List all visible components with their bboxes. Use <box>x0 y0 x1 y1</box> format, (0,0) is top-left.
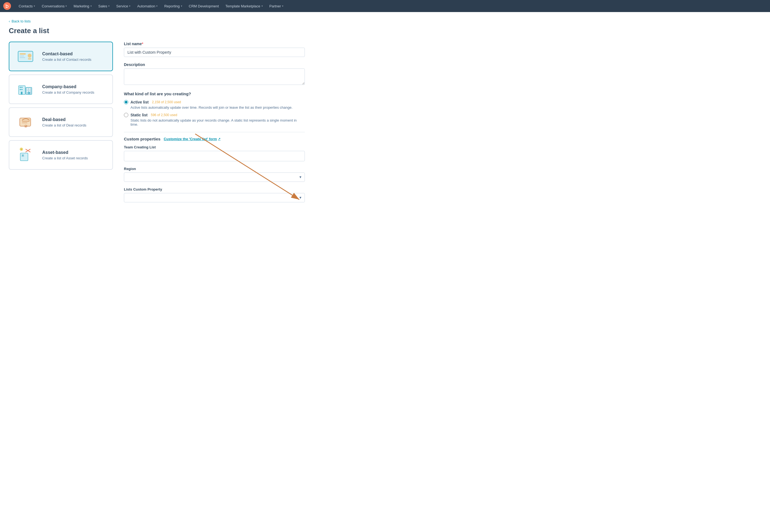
svg-point-5 <box>28 54 31 57</box>
list-type-card-asset[interactable]: Asset-based Create a list of Asset recor… <box>9 140 113 170</box>
lists-custom-select-wrapper: ▼ <box>124 193 305 202</box>
deal-icon <box>15 113 37 131</box>
contact-card-desc: Create a list of Contact records <box>42 57 107 62</box>
team-field-group: Team Creating List <box>124 145 305 161</box>
deal-card-info: Deal-based Create a list of Deal records <box>42 117 107 127</box>
top-navigation: Contacts▾Conversations▾Marketing▾Sales▾S… <box>0 0 770 12</box>
svg-rect-20 <box>22 121 30 122</box>
svg-rect-6 <box>28 58 31 60</box>
list-type-selector: Contact-based Create a list of Contact r… <box>9 42 113 170</box>
svg-point-0 <box>3 2 11 10</box>
nav-item-crm-development[interactable]: CRM Development <box>185 0 222 12</box>
static-list-label: Static list <box>130 113 147 117</box>
svg-rect-25 <box>22 155 23 156</box>
svg-rect-21 <box>22 122 27 123</box>
active-list-label: Active list <box>130 100 148 104</box>
divider <box>124 132 305 132</box>
company-icon <box>15 80 37 98</box>
svg-rect-2 <box>20 53 26 54</box>
nav-item-marketing[interactable]: Marketing▾ <box>70 0 95 12</box>
nav-item-reporting[interactable]: Reporting▾ <box>161 0 185 12</box>
active-list-radio[interactable] <box>124 100 128 104</box>
active-list-row[interactable]: Active list 2,158 of 2,500 used <box>124 100 305 104</box>
customize-link-label: Customize the 'Create list' form <box>164 137 217 141</box>
content-layout: Contact-based Create a list of Contact r… <box>9 42 761 208</box>
asset-icon <box>15 146 37 164</box>
static-list-desc: Static lists do not automatically update… <box>124 118 305 126</box>
team-label: Team Creating List <box>124 145 305 149</box>
active-list-desc: Active lists automatically update over t… <box>124 105 305 110</box>
nav-item-sales[interactable]: Sales▾ <box>95 0 113 12</box>
svg-rect-17 <box>21 92 22 94</box>
custom-properties-group: Custom properties Customize the 'Create … <box>124 137 305 202</box>
description-group: Description <box>124 62 305 86</box>
back-to-lists-label: Back to lists <box>12 19 30 23</box>
external-link-icon: ↗ <box>218 137 221 141</box>
description-input[interactable] <box>124 68 305 85</box>
region-label: Region <box>124 167 305 171</box>
static-list-badge: 596 of 2,500 used <box>151 113 177 117</box>
nav-item-template-marketplace[interactable]: Template Marketplace▾ <box>222 0 266 12</box>
contact-card-info: Contact-based Create a list of Contact r… <box>42 51 107 62</box>
svg-rect-11 <box>20 89 21 90</box>
lists-custom-select[interactable] <box>124 193 305 202</box>
static-list-option: Static list 596 of 2,500 used Static lis… <box>124 113 305 126</box>
nav-item-conversations[interactable]: Conversations▾ <box>38 0 70 12</box>
company-card-desc: Create a list of Company records <box>42 90 107 94</box>
page-wrapper: ‹ Back to lists Create a list Contact-ba… <box>0 12 770 532</box>
asset-card-info: Asset-based Create a list of Asset recor… <box>42 150 107 160</box>
list-kind-heading: What kind of list are you creating? <box>124 91 305 96</box>
region-select-wrapper: ▼ <box>124 172 305 182</box>
radio-group: Active list 2,158 of 2,500 used Active l… <box>124 100 305 126</box>
svg-rect-23 <box>20 153 28 161</box>
nav-item-partner[interactable]: Partner▾ <box>266 0 287 12</box>
contact-card-title: Contact-based <box>42 51 107 56</box>
active-list-badge: 2,158 of 2,500 used <box>152 100 181 104</box>
contact-icon <box>15 48 37 65</box>
company-card-title: Company-based <box>42 84 107 89</box>
svg-point-22 <box>24 125 27 128</box>
svg-rect-14 <box>29 88 30 90</box>
nav-item-service[interactable]: Service▾ <box>113 0 134 12</box>
list-name-group: List name* <box>124 42 305 57</box>
custom-props-header: Custom properties Customize the 'Create … <box>124 137 305 141</box>
nav-item-automation[interactable]: Automation▾ <box>134 0 161 12</box>
asset-card-title: Asset-based <box>42 150 107 155</box>
static-list-row[interactable]: Static list 596 of 2,500 used <box>124 113 305 117</box>
region-select[interactable] <box>124 172 305 182</box>
nav-item-contacts[interactable]: Contacts▾ <box>15 0 38 12</box>
list-name-input[interactable] <box>124 48 305 57</box>
hubspot-logo[interactable] <box>3 2 11 10</box>
svg-rect-16 <box>29 91 30 92</box>
list-name-label: List name* <box>124 42 305 46</box>
company-card-info: Company-based Create a list of Company r… <box>42 84 107 94</box>
custom-props-title: Custom properties <box>124 137 160 141</box>
customize-form-link[interactable]: Customize the 'Create list' form ↗ <box>164 137 221 141</box>
svg-rect-15 <box>27 91 28 92</box>
deal-card-title: Deal-based <box>42 117 107 122</box>
list-kind-group: What kind of list are you creating? Acti… <box>124 91 305 126</box>
list-type-card-deal[interactable]: Deal-based Create a list of Deal records <box>9 107 113 137</box>
svg-rect-13 <box>27 88 28 90</box>
deal-card-desc: Create a list of Deal records <box>42 123 107 127</box>
region-field-group: Region ▼ <box>124 167 305 182</box>
svg-rect-10 <box>21 87 22 88</box>
static-list-radio[interactable] <box>124 113 128 117</box>
svg-rect-12 <box>21 89 22 90</box>
team-input[interactable] <box>124 151 305 161</box>
page-title: Create a list <box>9 27 761 35</box>
svg-rect-3 <box>20 56 24 56</box>
list-type-card-contact[interactable]: Contact-based Create a list of Contact r… <box>9 42 113 71</box>
svg-rect-18 <box>28 92 30 94</box>
form-panel: List name* Description What kind of list… <box>124 42 305 208</box>
active-list-option: Active list 2,158 of 2,500 used Active l… <box>124 100 305 110</box>
list-type-card-company[interactable]: Company-based Create a list of Company r… <box>9 74 113 104</box>
chevron-left-icon: ‹ <box>9 19 10 23</box>
svg-rect-9 <box>20 87 21 88</box>
back-to-lists-link[interactable]: ‹ Back to lists <box>9 19 31 23</box>
lists-custom-property-group: Lists Custom Property ▼ <box>124 187 305 202</box>
lists-custom-property-label: Lists Custom Property <box>124 187 305 191</box>
svg-rect-4 <box>20 57 25 58</box>
description-label: Description <box>124 62 305 67</box>
asset-card-desc: Create a list of Asset records <box>42 156 107 160</box>
